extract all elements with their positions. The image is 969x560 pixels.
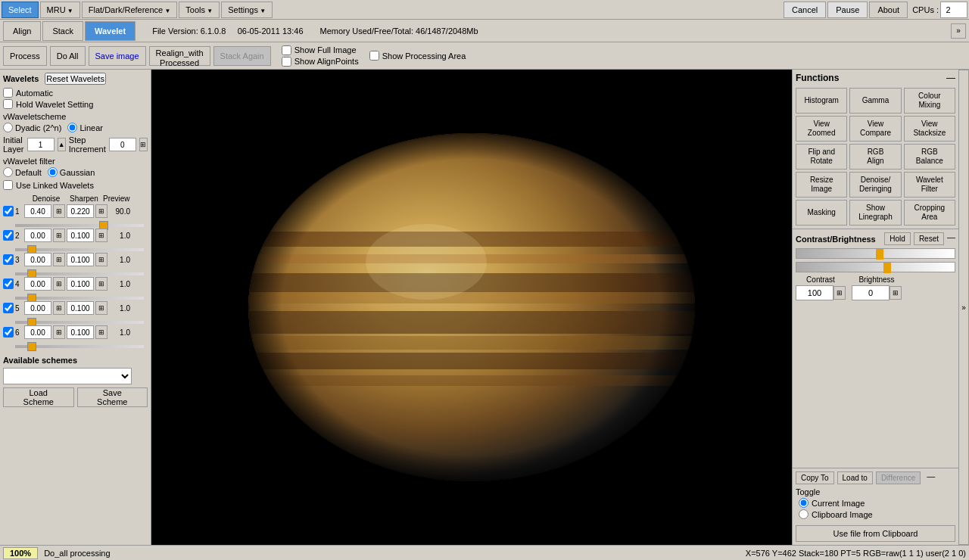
use-clipboard-button[interactable]: Use file from Clipboard — [796, 525, 955, 542]
layer1-slider[interactable] — [15, 224, 144, 227]
denoise-deringing-button[interactable]: Denoise/Deringing — [849, 172, 901, 198]
brightness-value-input[interactable] — [852, 285, 890, 300]
load-to-button[interactable]: Load to — [837, 471, 873, 484]
layer2-sharpen-btn[interactable]: ⊞ — [95, 229, 107, 242]
tools-menu[interactable]: Tools — [179, 2, 220, 18]
layer5-checkbox[interactable] — [3, 303, 14, 313]
difference-button[interactable]: Difference — [876, 471, 921, 484]
about-button[interactable]: About — [869, 2, 908, 18]
resize-image-button[interactable]: ResizeImage — [796, 172, 847, 198]
wavelet-tab[interactable]: Wavelet — [85, 21, 136, 41]
layer6-denoise-input[interactable] — [24, 325, 51, 339]
rgb-balance-button[interactable]: RGBBalance — [904, 144, 955, 170]
cancel-button[interactable]: Cancel — [784, 2, 826, 18]
layer2-checkbox[interactable] — [3, 230, 14, 241]
default-radio[interactable] — [3, 167, 13, 177]
copy-minimize[interactable]: — — [927, 471, 935, 484]
linear-radio[interactable] — [67, 123, 77, 132]
mru-menu[interactable]: MRU — [40, 2, 80, 18]
linked-wavelet-checkbox[interactable] — [3, 180, 13, 190]
clipboard-image-radio[interactable] — [799, 509, 809, 519]
schemes-select[interactable] — [3, 368, 132, 384]
hold-wavelet-checkbox[interactable] — [3, 99, 13, 109]
layer5-sharpen-btn[interactable]: ⊞ — [95, 301, 107, 315]
layer2-denoise-btn[interactable]: ⊞ — [53, 229, 65, 242]
layer5-sharpen-input[interactable] — [67, 301, 94, 315]
flat-dark-menu[interactable]: Flat/Dark/Reference — [82, 2, 178, 18]
layer3-denoise-input[interactable] — [24, 253, 51, 266]
brightness-slider-thumb[interactable] — [883, 263, 891, 273]
expand-right-button[interactable]: » — [958, 70, 969, 545]
rgb-align-button[interactable]: RGBAlign — [849, 144, 901, 170]
contrast-reset-button[interactable]: Reset — [914, 232, 944, 245]
layer6-sharpen-input[interactable] — [67, 325, 94, 339]
layer6-denoise-btn[interactable]: ⊞ — [53, 325, 65, 339]
increment-input[interactable] — [109, 138, 136, 151]
gamma-button[interactable]: Gamma — [849, 88, 901, 114]
realign-button[interactable]: Realign_with Processed — [149, 46, 210, 66]
show-full-image-checkbox[interactable] — [282, 45, 291, 55]
layer1-denoise-input[interactable] — [24, 204, 51, 218]
expand-button[interactable]: » — [951, 23, 966, 39]
layer5-denoise-input[interactable] — [24, 301, 51, 315]
cropping-area-button[interactable]: CroppingArea — [904, 200, 955, 226]
layer4-denoise-input[interactable] — [24, 277, 51, 291]
cpu-input[interactable] — [940, 2, 967, 18]
show-align-points-checkbox[interactable] — [282, 57, 291, 67]
increment-btn[interactable]: ⊞ — [139, 138, 148, 151]
layer6-sharpen-btn[interactable]: ⊞ — [95, 325, 107, 339]
save-image-button[interactable]: Save image — [89, 46, 146, 66]
gaussian-radio[interactable] — [48, 167, 58, 177]
histogram-button[interactable]: Histogram — [796, 88, 847, 114]
select-menu[interactable]: Select — [2, 2, 39, 18]
layer3-sharpen-btn[interactable]: ⊞ — [95, 253, 107, 266]
flip-rotate-button[interactable]: Flip andRotate — [796, 144, 847, 170]
settings-menu[interactable]: Settings — [221, 2, 273, 18]
layer2-sharpen-input[interactable] — [67, 229, 94, 242]
contrast-slider[interactable] — [796, 248, 955, 259]
layer1-checkbox[interactable] — [3, 206, 14, 216]
dyadic-radio[interactable] — [3, 123, 13, 132]
layer3-slider[interactable] — [15, 272, 144, 275]
view-stacksize-button[interactable]: ViewStacksize — [904, 116, 955, 142]
layer5-slider[interactable] — [15, 321, 144, 324]
view-zoomed-button[interactable]: ViewZoomed — [796, 116, 847, 142]
layer4-checkbox[interactable] — [3, 278, 14, 289]
layer3-checkbox[interactable] — [3, 254, 14, 265]
layer1-denoise-btn[interactable]: ⊞ — [53, 204, 65, 218]
layer3-sharpen-input[interactable] — [67, 253, 94, 266]
align-tab[interactable]: Align — [3, 21, 41, 41]
pause-button[interactable]: Pause — [827, 2, 868, 18]
layer4-sharpen-input[interactable] — [67, 277, 94, 291]
layer5-denoise-btn[interactable]: ⊞ — [53, 301, 65, 315]
masking-button[interactable]: Masking — [796, 200, 847, 226]
layer6-checkbox[interactable] — [3, 327, 14, 338]
save-scheme-button[interactable]: SaveScheme — [77, 387, 148, 407]
layer1-sharpen-input[interactable] — [67, 204, 94, 218]
load-scheme-button[interactable]: LoadScheme — [3, 387, 74, 407]
copy-to-button[interactable]: Copy To — [796, 471, 834, 484]
show-processing-area-checkbox[interactable] — [369, 51, 379, 61]
process-button[interactable]: Process — [3, 46, 47, 66]
reset-wavelets-button[interactable]: Reset Wavelets — [45, 73, 106, 85]
do-all-button[interactable]: Do All — [50, 46, 86, 66]
layer4-slider[interactable] — [15, 297, 144, 300]
stack-tab[interactable]: Stack — [42, 21, 83, 41]
wavelet-filter-button[interactable]: WaveletFilter — [904, 172, 955, 198]
layer6-slider[interactable] — [15, 345, 144, 348]
layer1-sharpen-btn[interactable]: ⊞ — [95, 204, 107, 218]
layer2-denoise-input[interactable] — [24, 229, 51, 242]
show-linegraph-button[interactable]: ShowLinegraph — [849, 200, 901, 226]
layer2-slider[interactable] — [15, 248, 144, 251]
layer3-denoise-btn[interactable]: ⊞ — [53, 253, 65, 266]
initial-layer-up[interactable]: ▲ — [58, 138, 66, 151]
contrast-slider-thumb[interactable] — [876, 249, 883, 260]
brightness-adjust-btn[interactable]: ⊞ — [890, 286, 902, 300]
contrast-minimize[interactable]: — — [947, 232, 955, 245]
layer4-denoise-btn[interactable]: ⊞ — [53, 277, 65, 291]
layer4-sharpen-btn[interactable]: ⊞ — [95, 277, 107, 291]
hold-button[interactable]: Hold — [884, 232, 911, 245]
stack-again-button[interactable]: Stack Again — [213, 46, 271, 66]
brightness-slider[interactable] — [796, 262, 955, 272]
colour-mixing-button[interactable]: ColourMixing — [904, 88, 955, 114]
